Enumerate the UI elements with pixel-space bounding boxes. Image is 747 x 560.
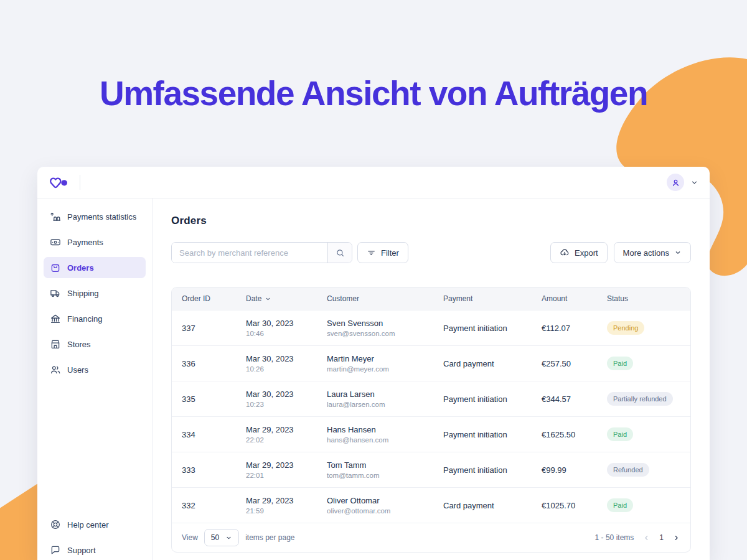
column-header-payment[interactable]: Payment	[433, 294, 532, 303]
order-time: 10:23	[246, 401, 317, 408]
cell-order-id: 335	[172, 394, 236, 404]
cell-order-id: 332	[172, 501, 236, 510]
table-footer: View 50 items per page 1 - 50 items 1	[172, 523, 690, 552]
more-actions-button[interactable]: More actions	[614, 242, 691, 263]
cell-payment: Payment initiation	[433, 394, 532, 404]
cell-date: Mar 29, 2023 22:02	[236, 425, 317, 444]
cell-date: Mar 29, 2023 22:01	[236, 460, 317, 479]
bank-icon	[50, 313, 61, 324]
chevron-down-icon	[690, 179, 698, 187]
sidebar-item-stores[interactable]: Stores	[44, 334, 146, 355]
sidebar-item-orders[interactable]: Orders	[44, 257, 146, 278]
cell-payment: Card payment	[433, 359, 532, 368]
sidebar-item-support[interactable]: Support	[44, 539, 146, 560]
cell-customer: Laura Larsen laura@larsen.com	[317, 390, 433, 408]
chevron-down-icon	[674, 249, 682, 256]
table-body: 337 Mar 30, 2023 10:46 Sven Svensson sve…	[172, 310, 690, 523]
app-window: Payments statistics Payments	[37, 167, 710, 560]
order-date: Mar 30, 2023	[246, 354, 317, 363]
chevron-down-icon	[225, 534, 232, 541]
page-number[interactable]: 1	[659, 533, 664, 542]
table-row[interactable]: 333 Mar 29, 2023 22:01 Tom Tamm tom@tamm…	[172, 452, 690, 487]
avatar	[667, 174, 684, 191]
order-time: 22:02	[246, 436, 317, 444]
cell-amount: €1025.70	[532, 501, 597, 510]
users-icon	[50, 364, 61, 375]
column-header-date[interactable]: Date	[236, 294, 317, 303]
sidebar-item-label: Orders	[67, 263, 94, 273]
export-button[interactable]: Export	[550, 242, 608, 263]
toolbar: Filter Export More actions	[171, 242, 691, 263]
table-row[interactable]: 332 Mar 29, 2023 21:59 Oliver Ottomar ol…	[172, 487, 690, 523]
search-button[interactable]	[327, 243, 352, 263]
sidebar-item-help-center[interactable]: Help center	[44, 514, 146, 535]
chevron-right-icon	[672, 534, 680, 542]
sort-chevron-icon	[265, 296, 271, 302]
cell-date: Mar 29, 2023 21:59	[236, 496, 317, 515]
sidebar-item-users[interactable]: Users	[44, 359, 146, 380]
brand-logo[interactable]	[49, 175, 71, 190]
shopping-bag-icon	[50, 262, 61, 273]
main-content: Orders Filter	[153, 198, 710, 560]
customer-name: Sven Svensson	[327, 319, 433, 328]
table-header: Order ID Date Customer Payment Amount St…	[172, 287, 690, 310]
bank-arrow-icon	[50, 211, 61, 222]
cell-customer: Martin Meyer martin@meyer.com	[317, 354, 433, 373]
cell-status: Partially refunded	[597, 392, 690, 406]
chevron-left-icon	[642, 534, 651, 542]
table-row[interactable]: 337 Mar 30, 2023 10:46 Sven Svensson sve…	[172, 310, 690, 345]
sidebar-item-financing[interactable]: Financing	[44, 308, 146, 329]
cell-customer: Hans Hansen hans@hansen.com	[317, 425, 433, 444]
sidebar-item-label: Stores	[67, 340, 91, 349]
status-badge: Paid	[607, 357, 633, 370]
filter-label: Filter	[381, 248, 399, 258]
table-row[interactable]: 336 Mar 30, 2023 10:26 Martin Meyer mart…	[172, 345, 690, 381]
topbar-divider	[80, 175, 80, 190]
filter-button[interactable]: Filter	[357, 242, 408, 263]
search-input[interactable]	[172, 243, 327, 263]
status-badge: Paid	[607, 498, 633, 512]
sidebar-item-shipping[interactable]: Shipping	[44, 282, 146, 304]
user-menu[interactable]	[667, 174, 698, 191]
cell-order-id: 334	[172, 430, 236, 439]
order-time: 21:59	[246, 507, 317, 515]
cell-amount: €344.57	[532, 394, 597, 404]
cell-order-id: 337	[172, 324, 236, 333]
range-label: 1 - 50 items	[595, 533, 634, 542]
page-size-select[interactable]: 50	[204, 529, 239, 546]
sidebar-item-payments-statistics[interactable]: Payments statistics	[44, 206, 146, 227]
pagination: 1 - 50 items 1	[595, 533, 680, 542]
cell-amount: €1625.50	[532, 430, 597, 439]
sidebar-item-payments[interactable]: Payments	[44, 231, 146, 253]
status-badge: Refunded	[607, 463, 649, 477]
cell-payment: Payment initiation	[433, 324, 532, 333]
order-time: 10:46	[246, 330, 317, 337]
cell-customer: Tom Tamm tom@tamm.com	[317, 460, 433, 479]
column-header-amount[interactable]: Amount	[532, 294, 597, 303]
cell-order-id: 336	[172, 359, 236, 368]
order-date: Mar 29, 2023	[246, 425, 317, 434]
table-row[interactable]: 334 Mar 29, 2023 22:02 Hans Hansen hans@…	[172, 416, 690, 452]
section-title: Orders	[171, 215, 691, 227]
cell-payment: Payment initiation	[433, 465, 532, 475]
sidebar-footer: Help center Support	[44, 514, 146, 560]
search-icon	[336, 248, 345, 258]
toolbar-actions: Export More actions	[550, 242, 691, 263]
column-header-order-id[interactable]: Order ID	[172, 294, 236, 303]
customer-email: tom@tamm.com	[327, 472, 433, 479]
column-header-customer[interactable]: Customer	[317, 294, 433, 303]
customer-name: Hans Hansen	[327, 425, 433, 434]
lifebuoy-icon	[50, 519, 61, 530]
cell-payment: Card payment	[433, 501, 532, 510]
page-size-value: 50	[211, 533, 219, 542]
table-row[interactable]: 335 Mar 30, 2023 10:23 Laura Larsen laur…	[172, 381, 690, 416]
cell-date: Mar 30, 2023 10:46	[236, 319, 317, 337]
order-date: Mar 30, 2023	[246, 319, 317, 328]
prev-page-button[interactable]	[642, 534, 651, 542]
next-page-button[interactable]	[672, 534, 680, 542]
cell-date: Mar 30, 2023 10:23	[236, 390, 317, 408]
cell-amount: €112.07	[532, 324, 597, 333]
customer-email: laura@larsen.com	[327, 401, 433, 408]
order-date: Mar 29, 2023	[246, 460, 317, 470]
column-header-status[interactable]: Status	[597, 294, 690, 303]
